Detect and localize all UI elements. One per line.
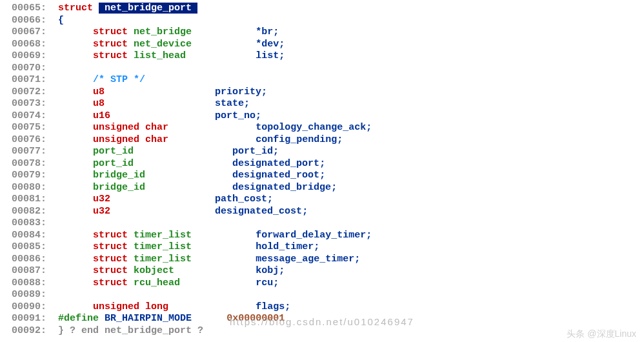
code-view: 00065: struct net_bridge_port 00066: { 0…	[0, 0, 644, 337]
signature-text: 头条 @深度Linux	[567, 328, 636, 340]
